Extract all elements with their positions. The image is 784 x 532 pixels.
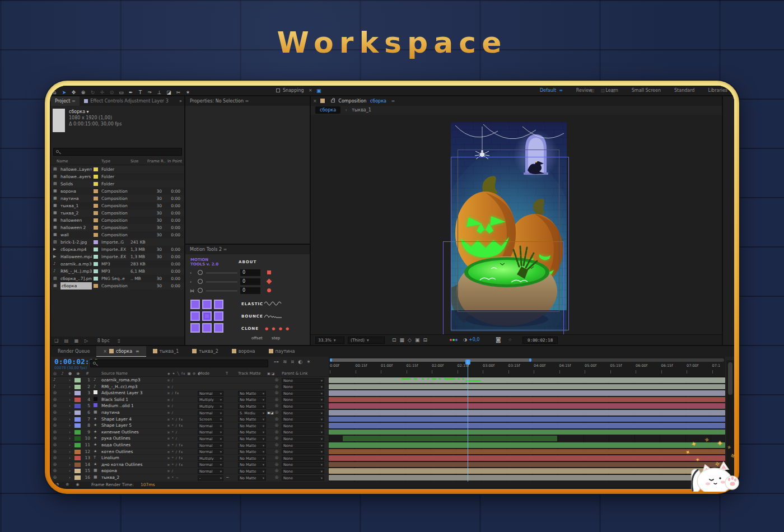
layer-name[interactable]: паутина (101, 409, 166, 416)
layer-row[interactable]: ◎ › 15 ▦ ворона ¤ / Normal▾ No Matte▾ ◎ … (51, 468, 329, 474)
parent-select[interactable]: None▾ (282, 475, 324, 480)
timeline-tab-паутина[interactable]: паутина (262, 346, 302, 357)
layer-row[interactable]: ♪ › 1 ♪ ozarnik_roma.mp3 ¤ / ◎ None▾ (51, 377, 329, 384)
shared-view-icon[interactable]: ▣ (316, 86, 321, 96)
visibility-eye-icon[interactable]: ◎ (53, 435, 57, 442)
layer-duration-bar[interactable] (329, 455, 725, 461)
layer-label-chip[interactable] (74, 430, 81, 435)
layer-label-chip[interactable] (74, 450, 81, 454)
blend-mode-select[interactable]: -▾ (198, 475, 223, 480)
anchor-cell[interactable] (190, 311, 200, 321)
project-item-name[interactable]: паутина (60, 195, 92, 202)
label-chip[interactable] (94, 189, 98, 193)
blend-mode-select[interactable]: Normal▾ (198, 469, 223, 474)
layer-duration-bar[interactable] (329, 377, 725, 383)
anchor-cell[interactable] (202, 323, 212, 333)
blend-mode-select[interactable]: Normal▾ (198, 436, 223, 441)
region-of-interest-icon[interactable]: ⊡ (392, 337, 400, 343)
layer-row[interactable]: ◎ › 5 Medium ..olid 1 ¤ / Multiply▾ No M… (51, 403, 329, 409)
label-chip[interactable] (94, 248, 98, 251)
visibility-eye-icon[interactable]: ◎ (53, 429, 57, 436)
project-item-row[interactable]: ▦ wall Composition 30 0:00 (51, 231, 184, 239)
project-item-row[interactable]: ▦ тыква_1 Composition 30 0:00 (51, 202, 184, 209)
anchor-grid[interactable] (190, 300, 224, 333)
layer-duration-bar[interactable] (329, 475, 725, 480)
transparency-grid-icon[interactable]: ▦ (400, 337, 408, 343)
viewer-timecode[interactable]: 0:00:02:18 (522, 337, 558, 344)
layer-row[interactable]: ◎ › 4 Black Solid 1 ¤ / Multiply▾ No Mat… (51, 396, 329, 403)
expand-arrow-icon[interactable]: › (69, 449, 71, 455)
workspace-tab-default[interactable]: Default≡ (540, 86, 563, 96)
label-chip[interactable] (94, 175, 98, 179)
offset-button[interactable]: offset (251, 336, 263, 340)
timeline-tab-ворона[interactable]: ворона (225, 346, 262, 357)
elastic-button[interactable]: ELASTIC (241, 302, 263, 306)
lock-icon[interactable] (331, 100, 335, 102)
layer-row[interactable]: ◎ › 16 ▦ тыква_2 ¤ * − -▾ − No Matte▾ ◎ … (51, 474, 329, 481)
visibility-eye-icon[interactable]: ◎ (53, 416, 57, 423)
t-toggle[interactable]: − (226, 474, 229, 481)
layer-switches[interactable]: ¤ * / fx (167, 442, 197, 449)
parent-select[interactable]: None▾ (282, 378, 324, 383)
layer-duration-bar[interactable] (329, 442, 725, 448)
layer-row[interactable]: ◎ › 12 ★ котел Outlines ¤ * / fx Normal▾… (51, 449, 329, 455)
parent-select[interactable]: None▾ (282, 462, 324, 467)
layer-label-chip[interactable] (74, 456, 81, 460)
label-chip[interactable] (94, 197, 98, 200)
anchor-cell[interactable] (202, 300, 212, 309)
track-matte-select[interactable]: No Matte▾ (238, 443, 266, 448)
layer-label-chip[interactable] (74, 404, 81, 408)
slider-track[interactable] (206, 291, 237, 291)
expand-arrow-icon[interactable]: › (69, 442, 71, 449)
layer-switches[interactable]: ¤ * / fx (167, 422, 197, 429)
layer-duration-bar[interactable] (329, 397, 725, 403)
visibility-eye-icon[interactable]: ◎ (53, 422, 57, 429)
breadcrumb-current[interactable]: сборка (315, 106, 340, 114)
layer-switches[interactable]: ¤ / (167, 384, 197, 390)
workspace-tab-small-screen[interactable]: Small Screen (632, 86, 661, 96)
tab-menu-icon[interactable]: ≡ (136, 349, 139, 354)
mask-toggle-icon[interactable]: ◇ (408, 337, 415, 343)
visibility-eye-icon[interactable]: ◎ (53, 474, 57, 481)
time-ruler[interactable]: 0:00f00:15f01:00f01:15f02:00f02:15f03:00… (329, 357, 725, 377)
track-matte-select[interactable]: No Matte▾ (238, 430, 266, 435)
project-item-name[interactable]: hallowe..Layers (60, 166, 92, 173)
label-chip[interactable] (94, 204, 98, 208)
layer-label-chip[interactable] (74, 398, 81, 402)
layer-name[interactable]: Black Solid 1 (101, 396, 166, 403)
track-matte-select[interactable]: No Matte▾ (238, 436, 266, 441)
layer-name[interactable]: Shape Layer 4 (101, 416, 166, 423)
parent-select[interactable]: None▾ (282, 423, 324, 428)
workspace-tab-libraries[interactable]: Libraries (708, 86, 727, 96)
layer-switches[interactable]: ¤ * / (167, 435, 197, 442)
layer-switches[interactable]: ¤ * − (167, 474, 197, 481)
label-chip[interactable] (94, 182, 98, 186)
layer-label-chip[interactable] (74, 423, 81, 428)
track-matte-select[interactable]: No Matte▾ (238, 404, 266, 409)
trash-icon[interactable]: ▯ (118, 338, 120, 343)
project-item-row[interactable]: ▦ halloween 2 Composition 30 0:00 (51, 224, 184, 231)
layer-label-chip[interactable] (74, 443, 81, 447)
comp-flowchart-icon[interactable]: ⊶ (274, 359, 283, 365)
expand-arrow-icon[interactable]: › (69, 390, 71, 396)
slider-track[interactable] (206, 282, 237, 282)
blend-mode-select[interactable]: Multiply▾ (198, 397, 223, 402)
pickwhip-icon[interactable]: ◎ (275, 461, 278, 468)
viewer-tab-label[interactable]: Composition (338, 99, 366, 104)
label-chip[interactable] (94, 233, 98, 237)
blend-mode-select[interactable]: Normal▾ (198, 443, 223, 448)
parent-select[interactable]: None▾ (282, 384, 324, 389)
parent-select[interactable]: None▾ (282, 436, 324, 441)
rulers-icon[interactable]: ⊟ (423, 337, 431, 343)
layer-duration-bars[interactable] (329, 377, 725, 482)
pickwhip-icon[interactable]: ◎ (275, 429, 278, 436)
expand-arrow-icon[interactable]: › (69, 468, 71, 474)
blend-mode-select[interactable]: Normal▾ (198, 391, 223, 396)
label-chip[interactable] (94, 269, 98, 273)
track-matte-select[interactable]: No Matte▾ (238, 449, 266, 454)
blend-mode-select[interactable]: Normal▾ (198, 449, 223, 454)
expand-arrow-icon[interactable]: › (69, 461, 71, 468)
layer-switches[interactable]: ¤ * / fx (167, 416, 197, 423)
layer-row[interactable]: ◎ › 10 ★ рука Outlines ¤ * / Normal▾ No … (51, 435, 329, 442)
layer-row[interactable]: ◎ › 6 ▦ паутина ¤ / Normal▾ 5. Mediu▾ ▣◪… (51, 409, 329, 416)
